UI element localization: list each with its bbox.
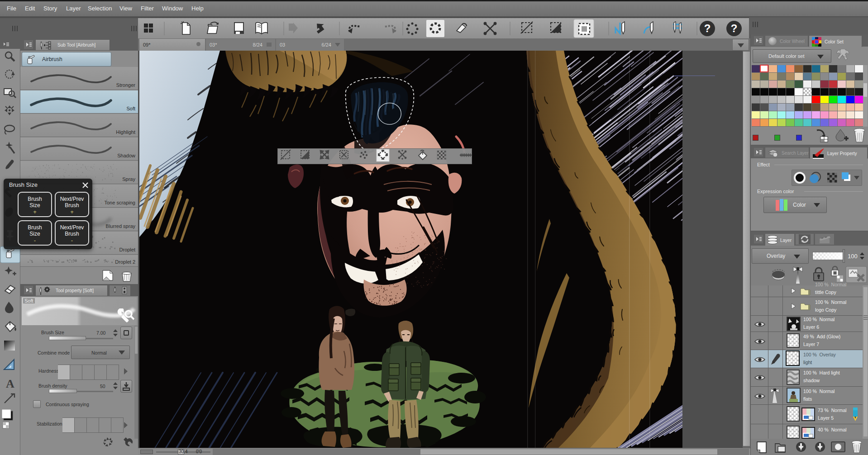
svg-text:?: ? xyxy=(731,22,738,34)
svg-text:A: A xyxy=(6,377,14,390)
svg-text:?: ? xyxy=(704,22,711,34)
